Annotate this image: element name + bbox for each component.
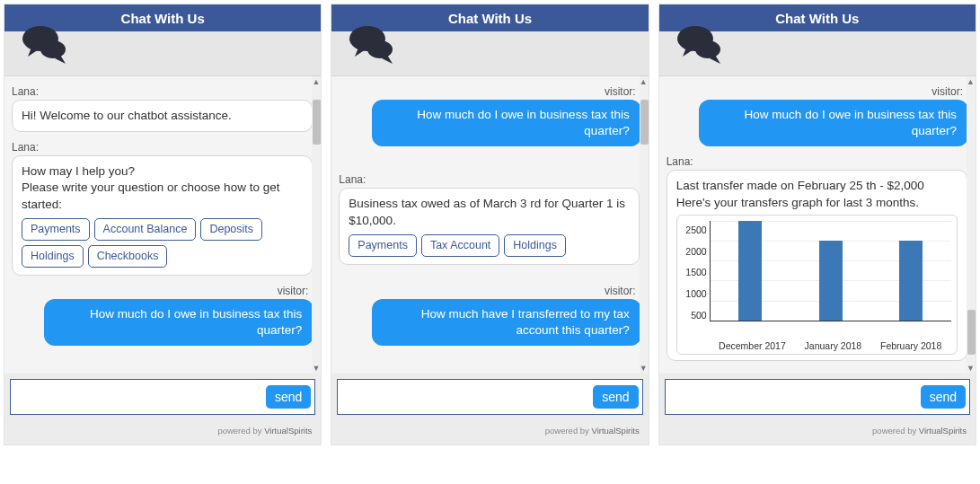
scroll-up-icon[interactable]: ▲: [640, 77, 648, 86]
header-title: Chat With Us: [448, 11, 532, 26]
sender-label-visitor: visitor:: [339, 281, 640, 299]
chip-holdings[interactable]: Holdings: [504, 234, 566, 257]
bot-text-line: Last transfer made on February 25 th - $…: [676, 178, 958, 194]
footer-prefix: powered by: [872, 426, 919, 436]
chip-deposits[interactable]: Deposits: [200, 218, 262, 241]
messages-area[interactable]: ▲ ▼ visitor: How much do I owe in busine…: [331, 76, 648, 374]
visitor-message: How much do I owe in business tax this q…: [44, 299, 313, 346]
footer-brand[interactable]: VirtualSpirits: [592, 426, 640, 436]
bot-message: Hi! Welcome to our chatbot assistance.: [12, 100, 313, 132]
send-button[interactable]: send: [921, 385, 966, 409]
chat-bubble-icon: [675, 24, 726, 69]
svg-point-1: [40, 40, 66, 58]
bot-text-line: Here's your transfers graph for last 3 m…: [676, 195, 958, 211]
scroll-thumb[interactable]: [313, 100, 321, 145]
svg-point-3: [367, 40, 393, 58]
sender-label-bot: Lana:: [12, 137, 313, 155]
quick-reply-chips: Payments Account Balance Deposits Holdin…: [22, 218, 303, 268]
chart-plot: [710, 221, 951, 321]
visitor-message: How much do I owe in business tax this q…: [699, 100, 968, 146]
footer-prefix: powered by: [217, 426, 264, 436]
ytick: 2000: [683, 245, 707, 258]
bot-text-line: Business tax owed as of March 3 rd for Q…: [349, 196, 630, 228]
bot-message: Business tax owed as of March 3 rd for Q…: [339, 188, 640, 264]
scroll-down-icon[interactable]: ▼: [640, 364, 648, 373]
scroll-down-icon[interactable]: ▼: [312, 364, 320, 373]
bot-text-line: Please write your question or choose how…: [22, 180, 303, 212]
bot-text-line: How may I help you?: [22, 163, 303, 180]
sender-label-bot: Lana:: [339, 170, 640, 188]
svg-point-5: [695, 40, 720, 58]
sender-label-visitor: visitor:: [12, 281, 313, 299]
scroll-thumb[interactable]: [967, 310, 976, 355]
chart-bar: [899, 241, 923, 321]
messages-area[interactable]: ▲ ▼ visitor: How much do I owe in busine…: [659, 76, 976, 374]
sender-label-bot: Lana:: [667, 152, 968, 170]
chat-bubble-icon: [21, 24, 71, 69]
ytick: 1000: [683, 287, 707, 300]
chart-bar: [738, 221, 762, 321]
messages-area[interactable]: ▲ ▼ Lana: Hi! Welcome to our chatbot ass…: [4, 76, 321, 374]
chip-holdings[interactable]: Holdings: [22, 245, 84, 268]
ytick: 1500: [683, 266, 707, 278]
ytick: 500: [683, 309, 707, 321]
bot-message: How may I help you? Please write your qu…: [12, 155, 313, 275]
sender-label-bot: Lana:: [12, 82, 313, 100]
sender-label-visitor: visitor:: [339, 82, 640, 100]
message-input[interactable]: [18, 390, 266, 404]
header-title: Chat With Us: [775, 11, 859, 26]
sender-label-visitor: visitor:: [667, 82, 968, 100]
footer: powered by VirtualSpirits: [659, 420, 976, 444]
chat-panel-1: Chat With Us ▲ ▼ Lana: Hi! Welcome to ou…: [4, 4, 322, 445]
scroll-up-icon[interactable]: ▲: [967, 77, 975, 86]
xtick: December 2017: [719, 339, 786, 352]
chip-payments[interactable]: Payments: [22, 218, 90, 241]
input-area: send: [665, 379, 970, 415]
scroll-up-icon[interactable]: ▲: [312, 77, 320, 86]
scrollbar[interactable]: ▲ ▼: [640, 76, 649, 374]
chat-bubble-icon: [348, 24, 398, 69]
chart-bar: [819, 241, 843, 321]
footer: powered by VirtualSpirits: [331, 420, 648, 444]
scroll-down-icon[interactable]: ▼: [967, 364, 975, 373]
send-button[interactable]: send: [593, 385, 638, 409]
bot-message: Last transfer made on February 25 th - $…: [667, 170, 967, 361]
ytick: 2500: [683, 224, 707, 236]
input-area: send: [337, 379, 642, 415]
footer-brand[interactable]: VirtualSpirits: [264, 426, 312, 436]
chat-panel-3: Chat With Us ▲ ▼ visitor: How much do I …: [658, 4, 976, 445]
footer-brand[interactable]: VirtualSpirits: [919, 426, 967, 436]
chip-tax-account[interactable]: Tax Account: [421, 234, 499, 257]
send-button[interactable]: send: [266, 385, 311, 409]
input-area: send: [10, 379, 315, 415]
chip-payments[interactable]: Payments: [349, 234, 417, 257]
visitor-message: How much have I transferred to my tax ac…: [372, 299, 641, 346]
transfers-chart: 2500 2000 1500 1000 500: [676, 215, 958, 355]
scrollbar[interactable]: ▲ ▼: [967, 76, 976, 374]
message-input[interactable]: [345, 390, 593, 404]
chip-checkbooks[interactable]: Checkbooks: [88, 245, 168, 268]
visitor-message: How much do I owe in business tax this q…: [372, 100, 641, 146]
quick-reply-chips: Payments Tax Account Holdings: [349, 234, 630, 257]
header-title: Chat With Us: [121, 11, 205, 26]
footer-prefix: powered by: [545, 426, 592, 436]
xtick: February 2018: [880, 339, 941, 352]
message-input[interactable]: [673, 390, 921, 404]
scrollbar[interactable]: ▲ ▼: [312, 76, 321, 374]
xtick: January 2018: [805, 339, 862, 352]
chart-y-axis: 2500 2000 1500 1000 500: [683, 221, 710, 338]
scroll-thumb[interactable]: [640, 100, 649, 145]
footer: powered by VirtualSpirits: [4, 420, 321, 444]
chart-x-axis: December 2017 January 2018 February 2018: [710, 338, 951, 352]
chip-account-balance[interactable]: Account Balance: [94, 218, 197, 241]
chat-panel-2: Chat With Us ▲ ▼ visitor: How much do I …: [331, 4, 649, 445]
